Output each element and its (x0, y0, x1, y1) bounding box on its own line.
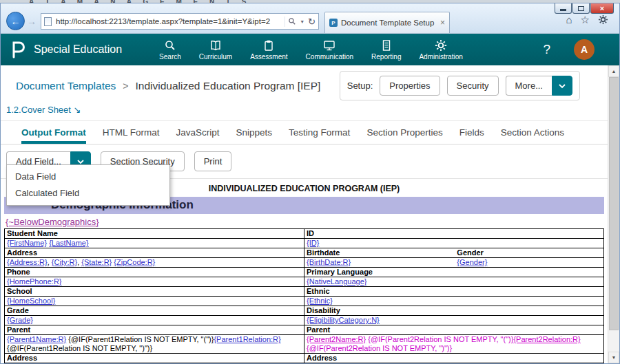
back-icon: ← (11, 17, 21, 26)
table-cell: Disability (304, 306, 604, 316)
chrome-action-icons: ⌂ ☆ (566, 14, 608, 25)
tab-fields[interactable]: Fields (459, 127, 484, 144)
tab-close-icon[interactable]: × (440, 18, 445, 28)
forward-button[interactable]: → (27, 16, 37, 27)
properties-button[interactable]: Properties (380, 76, 440, 96)
search-icon[interactable] (288, 17, 296, 25)
field-token[interactable]: {State:R} (81, 258, 112, 266)
home-icon[interactable]: ⌂ (566, 14, 572, 25)
tab-output-format[interactable]: Output Format (21, 127, 86, 144)
search-icon (164, 39, 176, 52)
table-text: {@IF(Parent2Relation IS NOT EMPTY, "(")} (368, 335, 513, 343)
scroll-up-button[interactable]: ▲ (608, 65, 619, 77)
favorites-star-icon[interactable]: ☆ (581, 14, 590, 25)
page-content: Document Templates > Individualized Educ… (1, 65, 608, 363)
field-token[interactable]: {LastName} (49, 239, 88, 247)
table-cell: School (5, 287, 304, 297)
field-label: Primary Language (307, 268, 373, 276)
below-demographics-token[interactable]: {~BelowDemographics} (6, 217, 99, 227)
field-token[interactable]: {Ethnic} (307, 297, 333, 305)
minimize-icon (560, 9, 566, 11)
chevron-down-icon (559, 83, 566, 89)
close-window-button[interactable]: × (590, 3, 614, 14)
field-token[interactable]: {BirthDate:R} (307, 258, 351, 266)
nav-item-administration[interactable]: Administration (419, 39, 462, 61)
table-cell: Student Name (5, 229, 304, 239)
field-token[interactable]: {Gender} (457, 258, 487, 266)
field-token[interactable]: {Parent1Name:R} (7, 335, 66, 343)
settings-gear-icon[interactable] (598, 14, 608, 25)
field-token[interactable]: {ID} (307, 239, 319, 247)
field-token[interactable]: {FirstName} (7, 239, 47, 247)
section-link[interactable]: 1.2.Cover Sheet (6, 105, 71, 115)
menu-item-data-field[interactable]: Data Field (7, 169, 169, 185)
nav-item-curriculum[interactable]: Curriculum (199, 39, 232, 61)
menu-item-calculated-field[interactable]: Calculated Field (7, 185, 169, 202)
browser-tab[interactable]: P Document Template Setup ... × (324, 12, 450, 33)
refresh-icon[interactable]: ↻ (308, 17, 316, 27)
setup-group: Setup: Properties Security More... (340, 71, 580, 100)
tab-javascript[interactable]: JavaScript (176, 127, 220, 144)
address-bar-icons: ▼ ↻ (285, 17, 316, 27)
tab-section-actions[interactable]: Section Actions (501, 127, 564, 144)
avatar[interactable]: A (574, 39, 595, 60)
scroll-down-button[interactable]: ▼ (608, 352, 619, 363)
field-token[interactable]: {Address:R} (7, 258, 48, 266)
tab-section-properties[interactable]: Section Properties (366, 127, 442, 144)
chevron-down-icon (77, 159, 84, 164)
field-token[interactable]: {ZipCode:R} (114, 258, 155, 266)
field-label: Phone (7, 268, 30, 276)
document-icon (380, 39, 393, 52)
field-token[interactable]: {HomePhone:R} (7, 277, 62, 286)
breadcrumb: Document Templates > Individualized Educ… (16, 80, 320, 92)
table-cell: {ID} (304, 239, 604, 248)
tab-testing-format[interactable]: Testing Format (289, 127, 350, 144)
breadcrumb-link-document-templates[interactable]: Document Templates (16, 80, 116, 92)
table-text: {@IF(Parent1Relation IS NOT EMPTY, ")")} (7, 344, 152, 352)
nav-item-label: Reporting (371, 53, 401, 61)
nav-item-search[interactable]: Search (159, 39, 181, 61)
table-row: AddressBirthdateGender (5, 248, 604, 258)
add-field-menu: Data Field Calculated Field (6, 164, 170, 206)
help-button[interactable]: ? (543, 42, 550, 57)
field-label: School (7, 287, 32, 295)
url-text[interactable]: http://localhost:2213/template.aspx?temp… (56, 17, 285, 25)
more-button[interactable]: More... (506, 76, 552, 96)
back-button[interactable]: ← (6, 12, 25, 30)
search-dropdown-icon[interactable]: ▼ (300, 19, 304, 24)
tab-favicon: P (329, 19, 338, 27)
field-token[interactable]: {EligibilityCategory:N} (307, 316, 380, 324)
table-cell: Grade (5, 306, 304, 316)
field-token[interactable]: {Parent1Relation:R} (214, 335, 280, 343)
field-token[interactable]: {Grade} (7, 316, 33, 324)
table-row: GradeDisability (5, 306, 604, 316)
minimize-button[interactable] (555, 3, 572, 14)
breadcrumb-separator: > (123, 81, 128, 92)
demographics-table: Student NameID{FirstName} {LastName}{ID}… (4, 228, 604, 363)
nav-item-communication[interactable]: Communication (306, 39, 353, 61)
forward-icon: → (27, 16, 37, 27)
nav-item-label: Search (159, 53, 181, 61)
scrollbar-thumb[interactable] (609, 77, 619, 330)
table-cell: BirthdateGender (304, 248, 604, 258)
field-token[interactable]: {NativeLanguage} (307, 277, 366, 286)
more-dropdown-button[interactable] (552, 76, 572, 96)
tab-html-format[interactable]: HTML Format (103, 127, 160, 144)
print-button[interactable]: Print (194, 151, 232, 171)
browser-window: × ← → http://localhost:2213/template.asp… (0, 3, 620, 364)
field-token[interactable]: {Parent2Relation:R} (513, 335, 580, 343)
gear-icon (435, 39, 447, 52)
table-cell: {NativeLanguage} (304, 277, 604, 287)
nav-item-reporting[interactable]: Reporting (371, 39, 401, 61)
nav-item-assessment[interactable]: Assessment (250, 39, 287, 61)
tab-snippets[interactable]: Snippets (236, 127, 273, 144)
table-row: {Parent1Name:R} {@IF(Parent1Relation IS … (5, 335, 604, 354)
field-token[interactable]: {City:R} (52, 258, 77, 266)
maximize-button[interactable] (572, 3, 590, 14)
table-cell: Phone (5, 268, 304, 277)
address-bar[interactable]: http://localhost:2213/template.aspx?temp… (41, 13, 319, 30)
field-token[interactable]: {HomeSchool} (7, 297, 55, 305)
field-token[interactable]: {Parent2Name:R} (307, 335, 366, 343)
scrollbar[interactable]: ▲ ▼ (608, 65, 619, 363)
security-button[interactable]: Security (447, 76, 499, 96)
